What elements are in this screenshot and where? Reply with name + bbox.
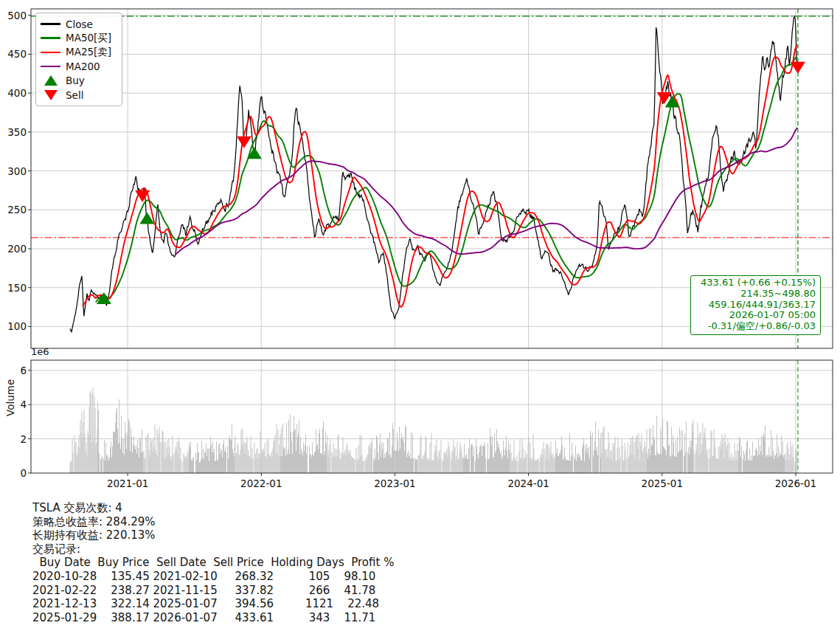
volume-scale-label: 1e6 — [31, 346, 49, 357]
annotation-line: 459.16/444.91/363.17 — [695, 300, 816, 311]
price-tick-label: 450 — [3, 49, 27, 59]
annotation-line: 2026-01-07 05:00 — [695, 310, 816, 321]
date-tick-label: 2026-01 — [772, 478, 819, 489]
legend-item-ma50: MA50[买] — [41, 31, 116, 45]
legend-item-sell: Sell — [41, 88, 116, 102]
price-tick-label: 400 — [3, 88, 27, 98]
trade-table-row: 2020-10-28 135.45 2021-02-10 268.32 105 … — [32, 570, 394, 584]
legend-marker-swatch — [41, 90, 60, 100]
price-tick-label: 250 — [3, 204, 27, 215]
date-tick-label: 2024-01 — [505, 478, 552, 489]
sell-triangle-icon — [44, 90, 58, 100]
date-tick-label: 2025-01 — [639, 478, 686, 489]
legend: CloseMA50[买]MA25[卖]MA200BuySell — [35, 13, 122, 106]
date-tick-label: 2021-01 — [104, 478, 151, 489]
legend-item-close: Close — [41, 17, 116, 31]
legend-item-ma25: MA25[卖] — [41, 45, 116, 59]
trade-table-row: 2021-12-13 322.14 2025-01-07 394.56 1121… — [32, 597, 394, 611]
legend-label: MA200 — [66, 61, 100, 72]
quote-annotation-box: 433.61 (+0.66 +0.15%)214.35~498.80459.16… — [690, 275, 821, 335]
volume-bars — [70, 387, 797, 473]
price-tick-label: 500 — [3, 10, 27, 21]
line-swatch — [41, 52, 60, 54]
figure: CloseMA50[买]MA25[卖]MA200BuySell 433.61 (… — [0, 0, 840, 631]
buy-triangle-icon — [44, 75, 58, 86]
date-tick-label: 2022-01 — [237, 478, 285, 489]
legend-marker-swatch — [41, 75, 60, 86]
price-tick-label: 300 — [3, 166, 27, 176]
legend-label: Sell — [66, 89, 83, 101]
legend-label: Close — [66, 18, 93, 30]
volume-axis-label: Volume — [4, 379, 16, 416]
price-tick-label: 150 — [3, 283, 27, 293]
legend-line-swatch — [41, 37, 60, 39]
volume-tick-label: 4 — [3, 399, 27, 410]
legend-label: Buy — [66, 75, 85, 86]
legend-item-buy: Buy — [41, 74, 116, 88]
stats-line: TSLA 交易次数: 4 — [32, 501, 394, 515]
trade-table-header: Buy Date Buy Price Sell Date Sell Price … — [32, 556, 394, 570]
legend-line-swatch — [41, 23, 60, 25]
line-swatch — [41, 66, 60, 68]
annotation-line: 433.61 (+0.66 +0.15%) — [695, 277, 816, 289]
annotation-line: 214.35~498.80 — [695, 289, 816, 300]
legend-item-ma200: MA200 — [41, 60, 116, 74]
annotation-line: -0.31/偏空/+0.86/-0.03 — [695, 321, 816, 332]
date-tick-label: 2023-01 — [371, 478, 418, 489]
legend-label: MA25[卖] — [66, 46, 111, 59]
price-tick-label: 350 — [3, 127, 27, 137]
legend-line-swatch — [41, 66, 60, 68]
volume-tick-label: 0 — [3, 468, 27, 478]
stats-line: 交易记录: — [32, 542, 394, 556]
line-swatch — [41, 37, 60, 39]
price-tick-label: 100 — [3, 321, 27, 331]
stats-line: 策略总收益率: 284.29% — [32, 515, 394, 529]
price-tick-label: 200 — [3, 244, 27, 254]
trade-table-row: 2025-01-29 388.17 2026-01-07 433.61 343 … — [32, 611, 394, 625]
stats-line: 长期持有收益: 220.13% — [32, 528, 394, 542]
line-swatch — [41, 23, 60, 25]
strategy-stats-block: TSLA 交易次数: 4策略总收益率: 284.29%长期持有收益: 220.1… — [32, 501, 394, 624]
volume-tick-label: 6 — [3, 365, 27, 376]
legend-label: MA50[买] — [66, 32, 111, 45]
volume-tick-label: 2 — [3, 434, 27, 444]
trade-table-row: 2021-02-22 238.27 2021-11-15 337.82 266 … — [32, 584, 394, 598]
legend-line-swatch — [41, 52, 60, 54]
